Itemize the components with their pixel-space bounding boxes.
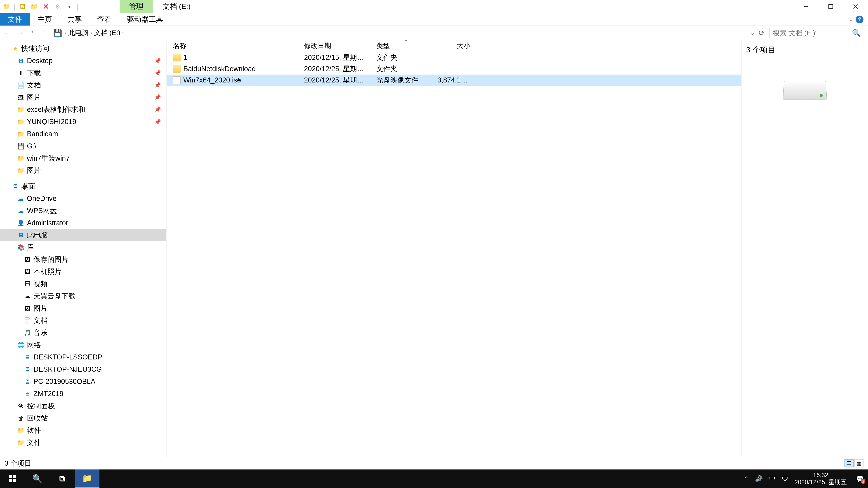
up-button[interactable]: ↑ [41, 29, 49, 37]
pictures-icon: 🖼 [24, 304, 31, 312]
tree-item-folder[interactable]: 🎵音乐 [0, 327, 166, 339]
ribbon-tab-home[interactable]: 主页 [30, 13, 60, 26]
video-icon: 🎞 [24, 280, 31, 288]
tree-item-downloads[interactable]: ⬇下载📌 [0, 67, 166, 79]
chevron-right-icon[interactable]: › [64, 30, 66, 36]
contextual-tab-manage[interactable]: 管理 [120, 0, 153, 13]
view-details-button[interactable]: ☰ [844, 459, 854, 467]
tree-item-recycle-bin[interactable]: 🗑回收站 [0, 412, 166, 424]
tree-quick-access[interactable]: ★快速访问 [0, 42, 166, 55]
tree-label: 图片 [27, 166, 41, 175]
qat-dropdown-icon[interactable]: ▾ [65, 2, 74, 11]
search-box[interactable]: 🔍 [770, 28, 864, 38]
tree-item-network-pc[interactable]: 🖥PC-20190530OBLA [0, 376, 166, 388]
tree-item-onedrive[interactable]: ☁OneDrive [0, 193, 166, 205]
file-date: 2020/12/25, 星期五 1... [301, 75, 374, 85]
tree-label: 图片 [33, 304, 48, 313]
tree-item-folder[interactable]: 📁文件 [0, 436, 166, 449]
tree-item-network-pc[interactable]: 🖥ZMT2019 [0, 388, 166, 400]
ribbon-tab-share[interactable]: 共享 [60, 13, 90, 26]
taskbar-explorer-button[interactable]: 📁 [74, 469, 99, 488]
tree-item-library[interactable]: 📚库 [0, 241, 166, 254]
qat-checkbox-icon[interactable]: ☑ [18, 2, 27, 11]
pin-icon: 📌 [154, 94, 161, 101]
help-icon[interactable]: ? [856, 15, 864, 23]
maximize-button[interactable] [818, 0, 843, 13]
minimize-button[interactable] [794, 0, 818, 13]
tray-security-icon[interactable]: 🛡 [782, 475, 788, 483]
close-button[interactable] [843, 0, 868, 13]
breadcrumb-this-pc[interactable]: 此电脑 [68, 28, 89, 37]
svg-rect-7 [13, 479, 16, 482]
tree-item-network-pc[interactable]: 🖥DESKTOP-LSSOEDP [0, 351, 166, 363]
tree-item-network-pc[interactable]: 🖥DESKTOP-NJEU3CG [0, 363, 166, 376]
view-icons-button[interactable]: ▦ [855, 459, 864, 467]
qat-settings-icon[interactable]: ⚙ [53, 2, 62, 11]
ribbon-tab-view[interactable]: 查看 [90, 13, 119, 26]
tree-label: Bandicam [27, 130, 58, 138]
tree-item-network[interactable]: 🌐网络 [0, 339, 166, 351]
cursor-icon: 🖱 [236, 77, 241, 84]
tree-item-wps[interactable]: ☁WPS网盘 [0, 205, 166, 217]
tree-label: 天翼云盘下载 [33, 291, 75, 301]
taskbar-search-button[interactable]: 🔍 [25, 469, 50, 488]
recycle-bin-icon: 🗑 [17, 414, 25, 422]
tree-item-user[interactable]: 👤Administrator [0, 217, 166, 229]
start-button[interactable] [0, 469, 25, 488]
tree-item-folder[interactable]: 📁图片 [0, 164, 166, 177]
chevron-right-icon[interactable]: › [122, 30, 124, 36]
taskbar-taskview-button[interactable]: ⧉ [50, 469, 74, 488]
tree-item-folder[interactable]: 📁win7重装win7 [0, 152, 166, 164]
tree-item-folder[interactable]: 📁YUNQISHI2019📌 [0, 116, 166, 128]
tree-item-folder[interactable]: 🖼本机照片 [0, 266, 166, 278]
tree-item-pictures[interactable]: 🖼图片📌 [0, 91, 166, 103]
column-date[interactable]: 修改日期 [301, 41, 374, 51]
tree-label: 视频 [33, 279, 48, 289]
tree-item-folder[interactable]: ☁天翼云盘下载 [0, 290, 166, 302]
qat-folder-icon[interactable]: 📁 [29, 2, 39, 11]
tree-label: Desktop [27, 57, 53, 65]
tree-item-desktop[interactable]: 🖥Desktop📌 [0, 55, 166, 67]
chevron-right-icon[interactable]: › [90, 30, 92, 36]
tray-notifications-button[interactable]: 💬3 [855, 474, 864, 483]
address-dropdown-icon[interactable]: ⌄ [750, 30, 754, 36]
breadcrumb-drive[interactable]: 文档 (E:) [94, 28, 121, 37]
search-input[interactable] [773, 29, 852, 37]
tree-label: 文件 [27, 438, 41, 447]
file-row[interactable]: BaiduNetdiskDownload 2020/12/25, 星期五 1..… [166, 63, 741, 74]
tree-item-documents[interactable]: 📄文档📌 [0, 79, 166, 91]
tree-item-control-panel[interactable]: 🛠控制面板 [0, 400, 166, 412]
search-icon[interactable]: 🔍 [852, 29, 861, 37]
tree-item-this-pc[interactable]: 🖥此电脑 [0, 229, 166, 241]
tree-item-folder[interactable]: 🖼保存的图片 [0, 254, 166, 266]
tree-item-folder[interactable]: 🖼图片 [0, 302, 166, 315]
ribbon-tab-file[interactable]: 文件 [0, 13, 30, 26]
recent-dropdown-icon[interactable]: ▾ [29, 29, 36, 37]
file-row-selected[interactable]: Win7x64_2020.iso🖱 2020/12/25, 星期五 1... 光… [166, 74, 741, 86]
folder-icon: 📁 [17, 167, 25, 174]
tree-item-folder[interactable]: 📁软件 [0, 424, 166, 436]
tray-clock[interactable]: 16:32 2020/12/25, 星期五 [795, 472, 847, 486]
back-button[interactable]: ← [4, 29, 10, 37]
column-size[interactable]: 大小 [435, 41, 473, 51]
address-bar[interactable]: 💾 › 此电脑 › 文档 (E:) › ⌄ ⟳ [51, 28, 767, 38]
tree-item-folder[interactable]: 📄文档 [0, 315, 166, 327]
ribbon-tab-drive-tools[interactable]: 驱动器工具 [119, 13, 171, 26]
column-name[interactable]: 名称 [170, 41, 301, 51]
tray-ime-indicator[interactable]: 中 [769, 475, 776, 483]
taskbar: 🔍 ⧉ 📁 ⌃ 🔊 中 🛡 16:32 2020/12/25, 星期五 💬3 [0, 469, 868, 488]
tree-item-drive[interactable]: 💾G:\ [0, 140, 166, 152]
tree-item-folder[interactable]: 📁excel表格制作求和📌 [0, 103, 166, 116]
drive-icon: 💾 [17, 142, 25, 150]
tray-volume-icon[interactable]: 🔊 [755, 475, 763, 483]
qat-delete-icon[interactable]: ✕ [41, 2, 51, 11]
tray-overflow-icon[interactable]: ⌃ [743, 475, 749, 483]
refresh-icon[interactable]: ⟳ [758, 29, 765, 37]
navigation-tree[interactable]: ★快速访问 🖥Desktop📌 ⬇下载📌 📄文档📌 🖼图片📌 📁excel表格制… [0, 40, 166, 457]
ribbon-expand-icon[interactable]: ⌄ [849, 16, 854, 23]
tree-item-folder[interactable]: 🎞视频 [0, 278, 166, 290]
forward-button[interactable]: → [16, 29, 23, 37]
file-row[interactable]: 1 2020/12/15, 星期二 1... 文件夹 [166, 52, 741, 63]
tree-desktop-root[interactable]: 🖥桌面 [0, 180, 166, 193]
tree-item-folder[interactable]: 📁Bandicam [0, 128, 166, 140]
